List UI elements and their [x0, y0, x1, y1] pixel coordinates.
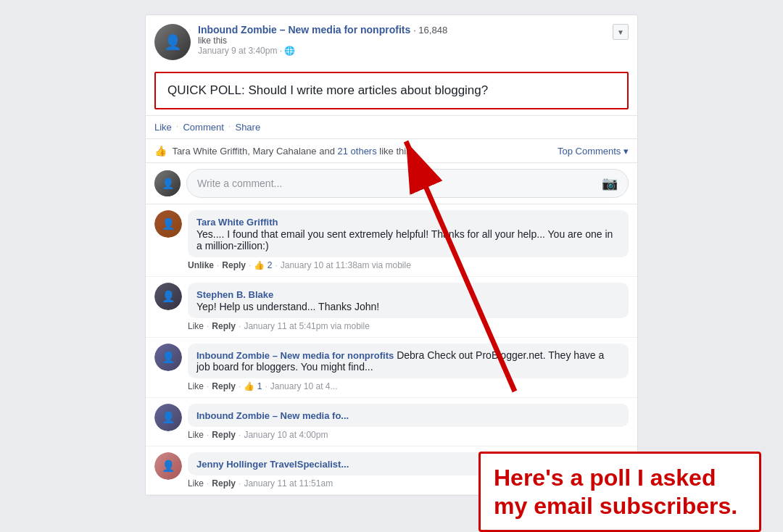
comment-item: 👤 Tara White Griffith Yes.... I found th… — [146, 204, 637, 277]
sep-c1: · — [275, 260, 277, 270]
like-action-4[interactable]: Like — [188, 430, 204, 440]
likes-bar: 👍 Tara White Griffith, Mary Cahalane and… — [146, 139, 637, 163]
likes-others-link[interactable]: 21 others — [337, 146, 376, 157]
post-author-line: Inbound Zombie – New media for nonprofit… — [198, 24, 613, 36]
comment-text-1: Yes.... I found that email you sent extr… — [196, 228, 620, 252]
reply-action-3[interactable]: Reply — [212, 381, 236, 391]
comment-avatar-2: 👤 — [154, 283, 182, 310]
comment-bubble-4: Inbound Zombie – New media fo... — [188, 404, 629, 427]
sep-a1: · — [217, 260, 219, 270]
comment-action[interactable]: Comment — [183, 120, 223, 134]
sep-b1: · — [249, 260, 251, 270]
likes-after: like this. — [377, 146, 414, 157]
comment-time-1: January 10 at 11:38am via mobile — [281, 260, 411, 270]
comment-bubble-5: Jenny Hollinger TravelSpecialist... — [188, 452, 629, 475]
sep-b3: · — [239, 381, 241, 391]
avatar-img-5: 👤 — [154, 452, 182, 480]
comment-avatar-1: 👤 — [154, 210, 182, 238]
like-action-3[interactable]: Like — [188, 381, 204, 391]
comment-time-3: January 10 at 4... — [270, 381, 338, 391]
top-comments-dropdown[interactable]: Top Comments ▾ — [558, 146, 629, 157]
comment-text-2: Yep! Help us understand... Thanks John! — [196, 301, 620, 312]
comment-time-4: January 10 at 4:00pm — [244, 430, 328, 440]
sep-c3: · — [265, 381, 267, 391]
post-author-sub: like this — [198, 36, 613, 46]
comment-author-5[interactable]: Jenny Hollinger TravelSpecialist... — [196, 459, 349, 470]
comment-item-3: 👤 Inbound Zombie – New media for nonprof… — [146, 338, 637, 398]
likes-text: 👍 Tara White Griffith, Mary Cahalane and… — [154, 145, 413, 157]
comment-bubble-3: Inbound Zombie – New media for nonprofit… — [188, 344, 629, 378]
comment-input-row: 👤 Write a comment... 📷 — [146, 163, 637, 204]
comment-author-1[interactable]: Tara White Griffith — [196, 217, 278, 228]
post-author-name[interactable]: Inbound Zombie – New media for nonprofit… — [198, 24, 410, 36]
post-time: January 9 at 3:40pm · 🌐 — [198, 46, 613, 56]
sep1: · — [176, 120, 179, 134]
post-time-text: January 9 at 3:40pm — [198, 46, 277, 56]
sep2: · — [228, 120, 231, 134]
post-header: 👤 Inbound Zombie – New media for nonprof… — [146, 15, 637, 66]
reply-action-2[interactable]: Reply — [212, 321, 236, 331]
unlike-action-1[interactable]: Unlike — [188, 260, 214, 270]
action-bar: Like · Comment · Share — [146, 115, 637, 139]
comment-content-2: Stephen B. Blake Yep! Help us understand… — [188, 283, 629, 331]
reply-action-4[interactable]: Reply — [212, 430, 236, 440]
sep-b5: · — [239, 478, 241, 489]
likes-count-header: · 16,848 — [413, 25, 447, 36]
like-count-3: 👍 1 — [244, 381, 262, 391]
like-action[interactable]: Like — [154, 120, 172, 134]
comment-content-5: Jenny Hollinger TravelSpecialist... Like… — [188, 452, 629, 489]
avatar-img-1: 👤 — [154, 210, 182, 238]
comment-bubble-1: Tara White Griffith Yes.... I found that… — [188, 210, 629, 257]
poll-text: QUICK POLL: Should I write more articles… — [167, 83, 488, 97]
comment-actions-3: Like · Reply · 👍 1 · January 10 at 4... — [188, 381, 629, 391]
comment-content-3: Inbound Zombie – New media for nonprofit… — [188, 344, 629, 391]
comment-avatar-3: 👤 — [154, 344, 182, 371]
annotation-line2: my email subscribers. — [494, 492, 746, 520]
comments-list: 👤 Tara White Griffith Yes.... I found th… — [146, 204, 637, 495]
thumb-icon: 👍 — [154, 145, 167, 157]
like-count-1: 👍 2 — [254, 260, 272, 270]
comment-time-5: January 11 at 11:51am — [244, 478, 333, 489]
sep-b2: · — [239, 321, 241, 331]
commenter-avatar: 👤 — [154, 170, 181, 196]
comment-bubble-2: Stephen B. Blake Yep! Help us understand… — [188, 283, 629, 318]
reply-action-1[interactable]: Reply — [222, 260, 246, 270]
avatar-img-3: 👤 — [154, 344, 182, 371]
comment-item-4: 👤 Inbound Zombie – New media fo... Like … — [146, 398, 637, 446]
comment-actions-2: Like · Reply · January 11 at 5:41pm via … — [188, 321, 629, 331]
share-action[interactable]: Share — [235, 120, 260, 134]
sep-a2: · — [207, 321, 209, 331]
commenter-avatar-img: 👤 — [154, 170, 181, 196]
comment-author-2[interactable]: Stephen B. Blake — [196, 289, 273, 300]
page-wrapper: 👤 Inbound Zombie – New media for nonprof… — [0, 14, 783, 532]
camera-icon: 📷 — [602, 175, 618, 191]
comment-input[interactable]: Write a comment... 📷 — [186, 169, 629, 198]
comment-content-1: Tara White Griffith Yes.... I found that… — [188, 210, 629, 270]
like-action-2[interactable]: Like — [188, 321, 204, 331]
comment-placeholder: Write a comment... — [197, 178, 282, 189]
avatar-img-2: 👤 — [154, 283, 182, 310]
comment-item-5: 👤 Jenny Hollinger TravelSpecialist... Li… — [146, 446, 637, 495]
post-container: 👤 Inbound Zombie – New media for nonprof… — [145, 14, 638, 496]
comment-time-2: January 11 at 5:41pm via mobile — [244, 321, 369, 331]
comment-author-3[interactable]: Inbound Zombie – New media for nonprofit… — [196, 350, 394, 361]
sep-a4: · — [207, 430, 209, 440]
sep-a5: · — [207, 478, 209, 489]
poll-box: QUICK POLL: Should I write more articles… — [154, 72, 629, 109]
post-meta: Inbound Zombie – New media for nonprofit… — [198, 24, 613, 56]
reply-action-5[interactable]: Reply — [212, 478, 236, 489]
comment-avatar-4: 👤 — [154, 404, 182, 431]
likes-before: Tara White Griffith, Mary Cahalane and — [172, 146, 337, 157]
comment-actions-1: Unlike · Reply · 👍 2 · January 10 at 11:… — [188, 260, 629, 270]
comment-author-4[interactable]: Inbound Zombie – New media fo... — [196, 410, 349, 421]
comment-item-2: 👤 Stephen B. Blake Yep! Help us understa… — [146, 277, 637, 338]
dropdown-button[interactable]: ▼ — [613, 24, 629, 40]
sep-b4: · — [239, 430, 241, 440]
sep-a3: · — [207, 381, 209, 391]
comment-avatar-5: 👤 — [154, 452, 182, 480]
avatar-image: 👤 — [154, 24, 191, 60]
avatar-img-4: 👤 — [154, 404, 182, 431]
comment-actions-4: Like · Reply · January 10 at 4:00pm — [188, 430, 629, 440]
like-action-5[interactable]: Like — [188, 478, 204, 489]
globe-icon: · 🌐 — [280, 46, 296, 56]
